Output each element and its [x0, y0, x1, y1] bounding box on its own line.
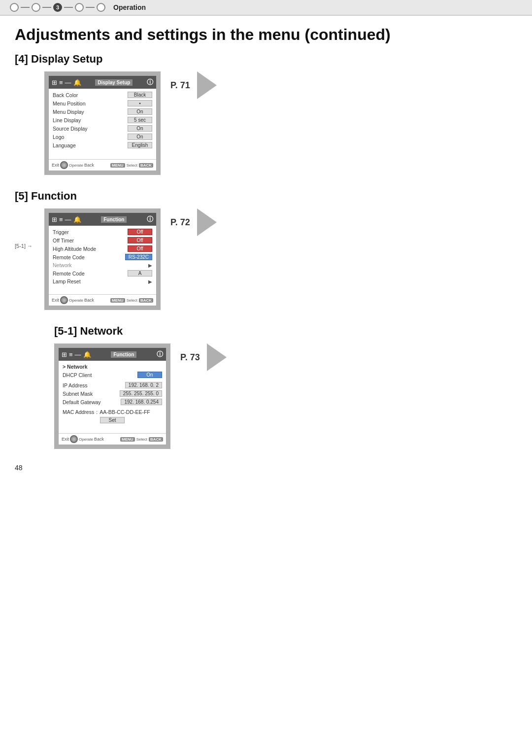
step-2-circle: [32, 3, 40, 12]
network-menu-title: Function: [111, 351, 136, 358]
function-panel: ⊞ ≡ — 🔔 Function ⓘ Trigger Off: [48, 212, 157, 306]
network-body: > Network DHCP Client On IP Address 192.…: [59, 361, 166, 426]
menu-item-menuposition: Menu Position ▪: [49, 99, 156, 107]
function-body: Trigger Off Off Timer Off High Altitude …: [49, 226, 156, 287]
net-icon-expand: ⊞: [62, 351, 67, 358]
menu-item-backcolor: Back Color Black: [49, 91, 156, 99]
display-setup-footer: Exit ◎ Operate Back MENU Select BACK: [49, 159, 156, 171]
func-icon-minus: —: [65, 216, 71, 223]
display-setup-header: ⊞ ≡ — 🔔 Display Setup ⓘ: [49, 76, 156, 89]
display-setup-arrow-container: P. 71: [161, 71, 230, 99]
icon-person: 🔔: [73, 79, 81, 86]
function-footer: Exit ◎ Operate Back MENU Select BACK: [49, 294, 156, 306]
func-icon-expand: ⊞: [52, 216, 57, 223]
network-section: [5-1] Network ⊞ ≡ — 🔔 Function ⓘ: [15, 325, 517, 449]
menu-item-dhcp: DHCP Client On: [59, 371, 166, 379]
function-left-label: [5-1] →: [15, 208, 44, 249]
step-circles: 3: [10, 3, 105, 12]
step-5-circle: [97, 3, 105, 12]
function-footer-left: Exit ◎ Operate Back: [52, 296, 94, 304]
function-arrow-box: P. 72: [170, 208, 217, 236]
function-header-icons: ⊞ ≡ — 🔔: [52, 216, 81, 223]
net-icon-menu: ≡: [69, 351, 73, 358]
network-panel-wrap: ⊞ ≡ — 🔔 Function ⓘ > Network DHCP Client: [54, 344, 170, 449]
menu-item-trigger: Trigger Off: [49, 228, 156, 236]
menu-item-sourcedisplay: Source Display On: [49, 124, 156, 133]
step-dash-4: [86, 7, 95, 8]
top-bar: 3 Operation: [0, 0, 532, 16]
icon-expand: ⊞: [52, 79, 57, 86]
func-icon-menu: ≡: [59, 216, 63, 223]
func-icon-person: 🔔: [73, 216, 81, 223]
menu-item-remotecode2: Remote Code A: [49, 269, 156, 277]
display-setup-arrow-box: P. 71: [170, 71, 217, 99]
function-arrow-container: P. 72: [161, 208, 230, 236]
header-icons: ⊞ ≡ — 🔔: [52, 79, 81, 86]
menu-item-set: Set: [59, 416, 166, 424]
display-setup-body: Back Color Black Menu Position ▪ Menu Di…: [49, 89, 156, 151]
display-setup-arrow: [197, 71, 217, 99]
display-setup-panel-wrap: ⊞ ≡ — 🔔 Display Setup ⓘ Back Color Black: [44, 71, 161, 175]
display-setup-panel: ⊞ ≡ — 🔔 Display Setup ⓘ Back Color Black: [48, 75, 157, 171]
function-arrow: [197, 208, 217, 236]
main-content: Adjustments and settings in the menu (co…: [0, 16, 532, 481]
function-footer-right: MENU Select BACK: [110, 298, 153, 303]
function-section: [5] Function [5-1] → ⊞ ≡ — 🔔 Function: [15, 190, 517, 310]
menu-item-network: Network ▶: [49, 261, 156, 269]
network-arrow: [207, 344, 227, 371]
network-footer-right: MENU Select BACK: [120, 437, 163, 442]
function-spacer: [49, 287, 156, 294]
network-panel: ⊞ ≡ — 🔔 Function ⓘ > Network DHCP Client: [58, 347, 166, 445]
function-page-ref: P. 72: [170, 217, 190, 228]
info-icon: ⓘ: [147, 78, 153, 87]
menu-spacer: [49, 151, 156, 159]
network-header: ⊞ ≡ — 🔔 Function ⓘ: [59, 348, 166, 361]
func-info-icon: ⓘ: [147, 215, 153, 224]
display-setup-menu-title: Display Setup: [95, 79, 133, 86]
menu-item-offtimer: Off Timer Off: [49, 236, 156, 244]
menu-item-gateway: Default Gateway 192. 168. 0.254: [59, 398, 166, 406]
menu-item-subnetmask: Subnet Mask 255. 255. 255. 0: [59, 389, 166, 398]
footer-right: MENU Select BACK: [110, 163, 153, 168]
menu-item-highaltitude: High Altitude Mode Off: [49, 244, 156, 253]
net-info-icon: ⓘ: [157, 350, 163, 359]
icon-menu: ≡: [59, 79, 63, 86]
menu-item-menudisplay: Menu Display On: [49, 107, 156, 116]
function-row: [5-1] → ⊞ ≡ — 🔔 Function ⓘ: [15, 208, 517, 310]
step-dash-2: [42, 7, 51, 8]
menu-item-ipaddress: IP Address 192. 168. 0. 2: [59, 381, 166, 389]
page-title: Adjustments and settings in the menu (co…: [15, 26, 517, 44]
icon-minus: —: [65, 79, 71, 86]
network-breadcrumb: > Network: [59, 363, 166, 371]
step-dash-3: [64, 7, 73, 8]
step-1-circle: [10, 3, 19, 12]
menu-item-logo: Logo On: [49, 133, 156, 141]
step-3-circle: 3: [53, 3, 62, 12]
network-arrow-container: P. 73: [170, 344, 239, 371]
function-menu-title: Function: [101, 216, 127, 223]
menu-item-mac: MAC Address : AA-BB-CC-DD-EE-FF: [59, 408, 166, 416]
menu-item-lampreset: Lamp Reset ▶: [49, 277, 156, 285]
display-setup-title: [4] Display Setup: [15, 53, 517, 66]
menu-item-remotecode1: Remote Code RS-232C: [49, 253, 156, 261]
function-title: [5] Function: [15, 190, 517, 203]
network-footer-left: Exit ◎ Operate Back: [62, 435, 104, 443]
page-number: 48: [15, 464, 517, 472]
network-dial: ◎: [70, 435, 78, 443]
net-icon-person: 🔔: [83, 351, 91, 358]
network-footer: Exit ◎ Operate Back MENU Select BACK: [59, 433, 166, 445]
display-setup-section: [4] Display Setup ⊞ ≡ — 🔔 Display Setup …: [15, 53, 517, 175]
menu-item-linedisplay: Line Display 5 sec: [49, 116, 156, 124]
network-page-ref: P. 73: [180, 352, 200, 363]
network-title: [5-1] Network: [54, 325, 517, 338]
step-dash-1: [21, 7, 30, 8]
network-row: ⊞ ≡ — 🔔 Function ⓘ > Network DHCP Client: [54, 344, 517, 449]
footer-left: Exit ◎ Operate Back: [52, 161, 94, 169]
network-spacer: [59, 426, 166, 433]
display-setup-row: ⊞ ≡ — 🔔 Display Setup ⓘ Back Color Black: [15, 71, 517, 175]
operation-label: Operation: [113, 3, 146, 11]
network-arrow-box: P. 73: [180, 344, 227, 371]
network-header-icons: ⊞ ≡ — 🔔: [62, 351, 91, 358]
function-header: ⊞ ≡ — 🔔 Function ⓘ: [49, 213, 156, 226]
display-setup-page-ref: P. 71: [170, 80, 190, 91]
